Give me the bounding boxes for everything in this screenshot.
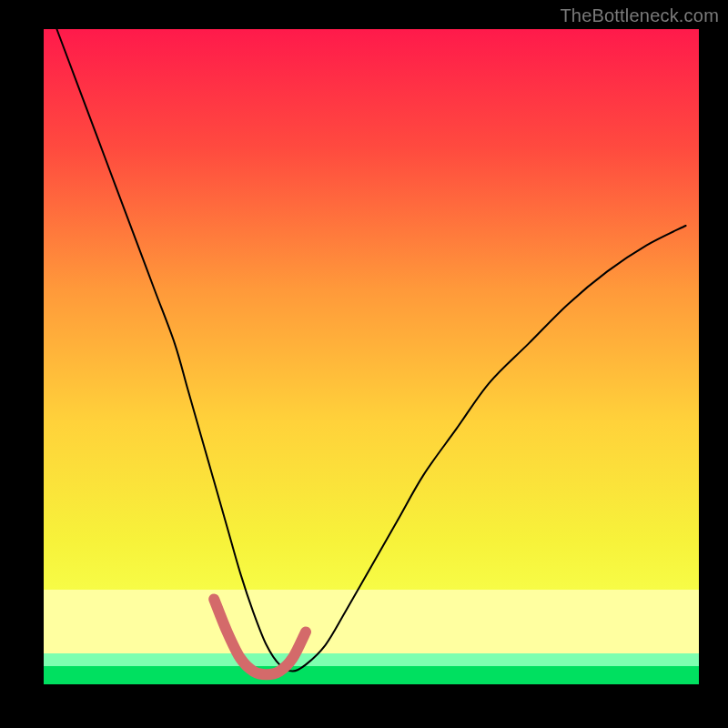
- plot-bottom-green-upper: [44, 653, 699, 666]
- chart-frame: TheBottleneck.com: [0, 0, 728, 728]
- bottleneck-plot: [0, 0, 728, 728]
- plot-background-gradient: [44, 29, 699, 684]
- watermark-text: TheBottleneck.com: [560, 5, 719, 26]
- plot-lower-band: [44, 590, 699, 653]
- plot-bottom-green: [44, 666, 699, 684]
